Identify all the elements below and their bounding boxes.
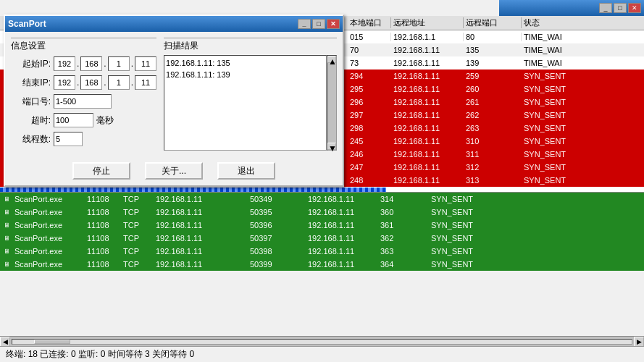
threads-label: 线程数: — [11, 133, 51, 146]
info-section-title: 信息设置 — [11, 38, 156, 52]
scroll-right-button[interactable]: ▶ — [634, 337, 644, 347]
timeout-row: 超时: 毫秒 — [11, 113, 156, 127]
process-icon: 🖥 — [4, 195, 10, 203]
status-text: 终端: 18 已连接: 0 监听: 0 时间等待 3 关闭等待 0 — [6, 348, 194, 361]
start-ip-row: 起始IP: . . . — [11, 56, 156, 71]
dialog-buttons: 停止 关于... 退出 — [5, 156, 343, 185]
about-button[interactable]: 关于... — [145, 162, 203, 180]
end-ip-p1[interactable] — [54, 75, 75, 90]
table-row: 🖥 ScanPort.exe 11108 TCP 192.168.1.11 50… — [0, 232, 644, 245]
timeout-input[interactable] — [54, 113, 93, 127]
col-local-port: 本地端口 — [348, 17, 391, 28]
scroll-down-button[interactable]: ▼ — [327, 143, 336, 150]
col-remote-addr: 远程地址 — [391, 17, 464, 28]
col-status: 状态 — [522, 17, 580, 28]
dialog-minimize-button[interactable]: _ — [298, 19, 311, 29]
process-icon: 🖥 — [4, 235, 10, 242]
port-label: 端口号: — [11, 96, 51, 108]
results-section: 扫描结果 192.168.1.11: 135 192.168.1.11: 139… — [164, 38, 337, 151]
close-button[interactable]: ✕ — [628, 3, 641, 13]
process-icon: 🖥 — [4, 222, 10, 229]
table-row: 🖥 ScanPort.exe 11108 TCP 192.168.1.11 50… — [0, 206, 644, 219]
end-ip-p4[interactable] — [135, 75, 156, 90]
result-item: 192.168.1.11: 139 — [166, 69, 325, 80]
dialog-titlebar: ScanPort _ □ ✕ — [5, 16, 343, 32]
start-ip-p2[interactable] — [80, 56, 102, 71]
status-bar: 终端: 18 已连接: 0 监听: 0 时间等待 3 关闭等待 0 — [0, 346, 644, 362]
results-list[interactable]: 192.168.1.11: 135 192.168.1.11: 139 — [164, 55, 327, 151]
timeout-label: 超时: — [11, 114, 51, 127]
result-item: 192.168.1.11: 135 — [166, 57, 325, 69]
table-row: 🖥 ScanPort.exe 11108 TCP 192.168.1.11 50… — [0, 193, 644, 206]
port-input[interactable] — [54, 94, 112, 109]
end-ip-input: . . . — [54, 75, 156, 90]
start-ip-p4[interactable] — [135, 56, 156, 71]
maximize-button[interactable]: □ — [614, 3, 627, 13]
table-row: 🖥 ScanPort.exe 11108 TCP 192.168.1.11 50… — [0, 219, 644, 232]
col-remote-port: 远程端口 — [464, 17, 522, 28]
minimize-button[interactable]: _ — [599, 3, 612, 13]
dialog-close-button[interactable]: ✕ — [327, 19, 340, 29]
end-ip-p3[interactable] — [108, 75, 130, 90]
results-title: 扫描结果 — [164, 38, 337, 52]
scan-dialog: ScanPort _ □ ✕ 信息设置 起始IP: . . . — [4, 14, 344, 187]
table-header-visible: 本地端口 远程地址 远程端口 状态 — [348, 16, 644, 30]
timeout-unit: 毫秒 — [96, 114, 114, 127]
info-section: 信息设置 起始IP: . . . 结束IP: . — [11, 38, 156, 151]
threads-row: 线程数: — [11, 132, 156, 146]
dialog-maximize-button[interactable]: □ — [312, 19, 325, 29]
table-row: 🖥 ScanPort.exe 11108 TCP 192.168.1.11 50… — [0, 245, 644, 258]
start-ip-p1[interactable] — [54, 56, 75, 71]
start-ip-label: 起始IP: — [11, 58, 51, 70]
port-row: 端口号: — [11, 94, 156, 109]
results-scrollbar[interactable]: ▲ ▼ — [327, 55, 337, 151]
exit-button[interactable]: 退出 — [217, 162, 275, 180]
scroll-left-button[interactable]: ◀ — [0, 337, 10, 347]
dialog-content: 信息设置 起始IP: . . . 结束IP: . — [5, 32, 343, 156]
process-icon: 🖥 — [4, 261, 10, 268]
horizontal-scrollbar[interactable]: ◀ ▶ — [0, 336, 644, 346]
scroll-up-button[interactable]: ▲ — [327, 56, 336, 63]
dialog-titlebar-buttons: _ □ ✕ — [298, 19, 340, 29]
start-ip-input: . . . — [54, 56, 156, 71]
end-ip-p2[interactable] — [80, 75, 102, 90]
scroll-thumb[interactable] — [34, 340, 70, 344]
progress-bar — [0, 188, 386, 192]
dialog-title: ScanPort — [8, 19, 46, 29]
process-icon: 🖥 — [4, 248, 10, 255]
end-ip-row: 结束IP: . . . — [11, 75, 156, 90]
threads-input[interactable] — [54, 132, 83, 146]
stop-button[interactable]: 停止 — [72, 162, 130, 180]
table-row: 🖥 ScanPort.exe 11108 TCP 192.168.1.11 50… — [0, 258, 644, 271]
end-ip-label: 结束IP: — [11, 77, 51, 89]
start-ip-p3[interactable] — [108, 56, 130, 71]
progress-bar-row — [0, 187, 644, 193]
process-icon: 🖥 — [4, 209, 10, 216]
